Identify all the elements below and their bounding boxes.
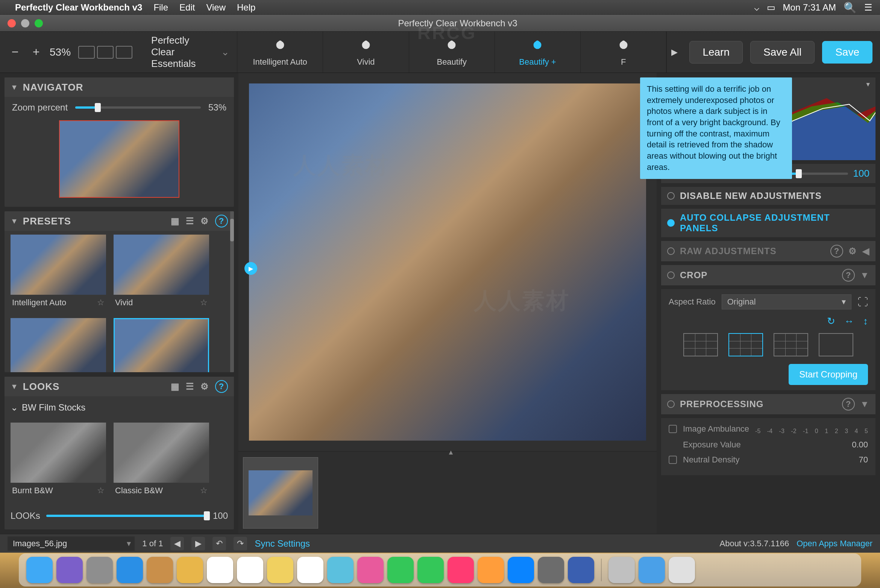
help-icon[interactable]: ? (215, 215, 228, 227)
start-cropping-button[interactable]: Start Cropping (789, 364, 868, 385)
checkbox-icon[interactable] (669, 456, 677, 464)
ribbon-preset-0[interactable]: Intelligent Auto (237, 32, 323, 73)
help-icon[interactable]: ? (830, 245, 843, 258)
learn-button[interactable]: Learn (689, 41, 743, 64)
grid-view-icon[interactable]: ▦ (171, 381, 180, 392)
crop-grid-option-2[interactable] (728, 333, 763, 356)
dock-app-5[interactable] (177, 557, 203, 583)
auto-collapse-row[interactable]: AUTO COLLAPSE ADJUSTMENT PANELS (661, 209, 875, 237)
rotate-icon[interactable]: ↻ (827, 315, 835, 327)
gear-icon[interactable]: ⚙ (848, 246, 857, 256)
help-icon[interactable]: ? (842, 269, 855, 282)
view-dual-button[interactable] (116, 46, 132, 59)
zoom-window-button[interactable] (35, 19, 43, 27)
favorite-star-icon[interactable]: ☆ (200, 486, 208, 496)
crop-frame-icon[interactable]: ⛶ (857, 296, 868, 308)
menubar-clock[interactable]: Mon 7:31 AM (783, 2, 836, 13)
ribbon-preset-2[interactable]: Beautify (409, 32, 495, 73)
dock-app-0[interactable] (26, 557, 53, 583)
look-card-1[interactable]: Classic B&W☆ (114, 423, 209, 499)
menu-view[interactable]: View (206, 2, 226, 13)
help-icon[interactable]: ? (842, 398, 855, 411)
menu-file[interactable]: File (153, 2, 168, 13)
zoom-out-button[interactable]: − (8, 45, 23, 60)
menubar-cursor-icon[interactable]: ⌵ (754, 2, 759, 13)
dock-app-9[interactable] (297, 557, 323, 583)
preset-card-1[interactable]: Vivid☆ (114, 235, 209, 311)
main-image-preview[interactable]: ▶ (249, 83, 646, 441)
menu-edit[interactable]: Edit (179, 2, 195, 13)
gear-icon[interactable]: ⚙ (200, 216, 209, 226)
dock-app-13[interactable] (417, 557, 444, 583)
looks-opacity-slider[interactable] (46, 515, 207, 517)
chevron-down-icon[interactable]: ▼ (860, 270, 869, 280)
zoom-in-button[interactable]: + (29, 45, 44, 60)
list-view-icon[interactable]: ☰ (186, 381, 194, 392)
collapse-left-icon[interactable]: ◀ (862, 246, 869, 256)
preset-group-dropdown[interactable]: Perfectly Clear Essentials ⌄ (151, 35, 229, 70)
save-all-button[interactable]: Save All (750, 41, 815, 64)
favorite-star-icon[interactable]: ☆ (97, 486, 105, 496)
dock-app-8[interactable] (267, 557, 293, 583)
flip-horizontal-icon[interactable]: ↔ (844, 315, 854, 327)
preset-card-2[interactable]: Beautify☆ (11, 318, 106, 372)
disable-adjustments-row[interactable]: DISABLE NEW ADJUSTMENTS (661, 187, 875, 205)
view-single-button[interactable] (78, 46, 95, 59)
grid-view-icon[interactable]: ▦ (171, 216, 180, 226)
help-icon[interactable]: ? (215, 380, 228, 393)
preset-card-3[interactable]: Beautify +☆ (114, 318, 209, 372)
aspect-ratio-dropdown[interactable]: Original ▾ (722, 294, 851, 309)
dock-app-6[interactable] (207, 557, 233, 583)
filmstrip-thumbnail[interactable] (243, 457, 318, 529)
menu-help[interactable]: Help (237, 2, 255, 13)
before-after-toggle-icon[interactable]: ▶ (244, 262, 257, 275)
dock-app-21[interactable] (669, 557, 695, 583)
menubar-appname[interactable]: Perfectly Clear Workbench v3 (15, 2, 142, 13)
histogram-collapse-icon[interactable]: ▼ (865, 81, 871, 88)
navigator-thumbnail[interactable] (59, 120, 179, 198)
dock-app-18[interactable] (568, 557, 594, 583)
dock-app-20[interactable] (639, 557, 665, 583)
ribbon-next-button[interactable]: ▶ (667, 47, 682, 57)
save-button[interactable]: Save (822, 41, 872, 64)
checkbox-icon[interactable] (669, 425, 677, 433)
crop-grid-option-4[interactable] (819, 333, 853, 356)
dock-app-15[interactable] (478, 557, 504, 583)
favorite-star-icon[interactable]: ☆ (200, 298, 208, 308)
crop-header[interactable]: CROP ?▼ (661, 265, 875, 285)
dock-app-19[interactable] (608, 557, 635, 583)
list-view-icon[interactable]: ☰ (186, 216, 194, 226)
filmstrip-collapse-icon[interactable]: ▲ (448, 449, 454, 456)
dock-app-7[interactable] (237, 557, 263, 583)
close-window-button[interactable] (8, 19, 16, 27)
raw-adjustments-header[interactable]: RAW ADJUSTMENTS ?⚙◀ (661, 241, 875, 261)
ribbon-preset-1[interactable]: Vivid (323, 32, 409, 73)
flip-vertical-icon[interactable]: ↕ (863, 315, 868, 327)
preprocessing-header[interactable]: PREPROCESSING ?▼ (661, 394, 875, 414)
favorite-star-icon[interactable]: ☆ (97, 298, 105, 308)
chevron-down-icon[interactable]: ▼ (860, 399, 869, 409)
dock-app-3[interactable] (117, 557, 143, 583)
spotlight-icon[interactable]: 🔍 (844, 2, 857, 14)
presets-header[interactable]: ▼ PRESETS ▦ ☰ ⚙ ? (5, 211, 234, 231)
filename-dropdown[interactable]: Images_56.jpg ▾ (8, 536, 135, 551)
menubar-list-icon[interactable]: ☰ (864, 2, 872, 13)
sync-settings-button[interactable]: Sync Settings (255, 538, 310, 549)
view-split-button[interactable] (97, 46, 114, 59)
zoom-slider[interactable] (75, 106, 201, 109)
dock-app-11[interactable] (357, 557, 384, 583)
ribbon-preset-4[interactable]: F (581, 32, 666, 73)
prev-image-button[interactable]: ◀ (170, 537, 184, 550)
crop-grid-option-1[interactable] (683, 333, 718, 356)
looks-header[interactable]: ▼ LOOKS ▦ ☰ ⚙ ? (5, 377, 234, 396)
dock-app-1[interactable] (56, 557, 83, 583)
dock-app-17[interactable] (538, 557, 564, 583)
look-card-0[interactable]: Burnt B&W☆ (11, 423, 106, 499)
dock-app-14[interactable] (448, 557, 474, 583)
undo-button[interactable]: ↶ (212, 537, 226, 550)
presets-scrollbar[interactable] (230, 211, 234, 372)
minimize-window-button[interactable] (21, 19, 29, 27)
crop-grid-option-3[interactable] (774, 333, 808, 356)
looks-category-row[interactable]: ⌄ BW Film Stocks (11, 400, 228, 415)
gear-icon[interactable]: ⚙ (200, 381, 209, 392)
